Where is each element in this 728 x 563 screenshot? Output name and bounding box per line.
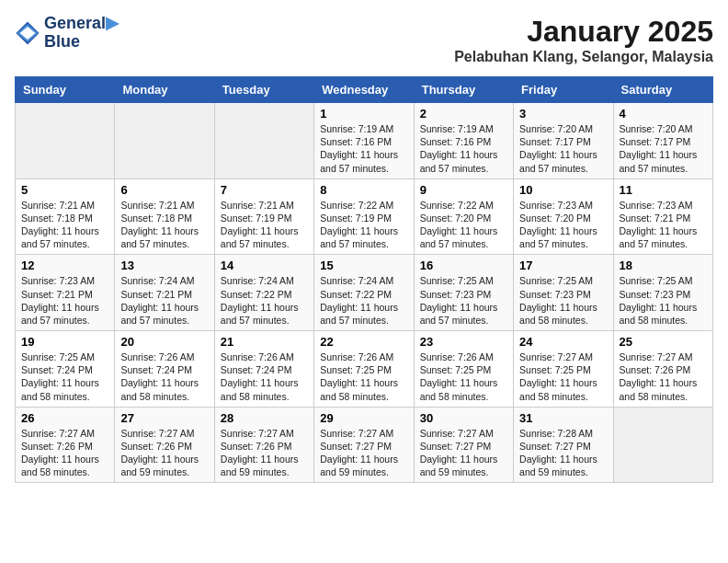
day-number: 12: [21, 259, 108, 272]
day-number: 17: [519, 259, 607, 272]
day-info: Sunrise: 7:23 AMSunset: 7:21 PMDaylight:…: [21, 274, 108, 327]
day-number: 20: [120, 335, 208, 349]
day-info: Sunrise: 7:24 AMSunset: 7:21 PMDaylight:…: [120, 274, 208, 327]
calendar-cell: 9Sunrise: 7:22 AMSunset: 7:20 PMDaylight…: [414, 178, 513, 255]
day-number: 30: [420, 411, 507, 425]
calendar-cell: 17Sunrise: 7:25 AMSunset: 7:23 PMDayligh…: [514, 255, 613, 331]
day-number: 18: [620, 259, 707, 272]
calendar-cell: 15Sunrise: 7:24 AMSunset: 7:22 PMDayligh…: [314, 255, 414, 331]
day-info: Sunrise: 7:25 AMSunset: 7:23 PMDaylight:…: [420, 274, 507, 327]
day-number: 26: [21, 411, 108, 425]
day-info: Sunrise: 7:26 AMSunset: 7:25 PMDaylight:…: [320, 350, 407, 403]
day-info: Sunrise: 7:19 AMSunset: 7:16 PMDaylight:…: [420, 122, 507, 175]
calendar-cell: 19Sunrise: 7:25 AMSunset: 7:24 PMDayligh…: [16, 331, 115, 408]
day-number: 7: [221, 183, 308, 197]
day-number: 5: [21, 183, 108, 197]
calendar-cell: 11Sunrise: 7:23 AMSunset: 7:21 PMDayligh…: [613, 178, 712, 255]
day-info: Sunrise: 7:27 AMSunset: 7:26 PMDaylight:…: [120, 427, 208, 479]
logo: General▶ Blue: [15, 15, 119, 52]
weekday-header-wednesday: Wednesday: [314, 77, 414, 103]
day-number: 13: [120, 259, 208, 272]
calendar-cell: 14Sunrise: 7:24 AMSunset: 7:22 PMDayligh…: [214, 255, 313, 331]
day-info: Sunrise: 7:24 AMSunset: 7:22 PMDaylight:…: [320, 274, 407, 327]
day-info: Sunrise: 7:25 AMSunset: 7:23 PMDaylight:…: [519, 274, 607, 327]
day-number: 1: [320, 107, 407, 121]
calendar-cell: [115, 103, 214, 179]
day-info: Sunrise: 7:21 AMSunset: 7:18 PMDaylight:…: [21, 199, 108, 251]
calendar-cell: 21Sunrise: 7:26 AMSunset: 7:24 PMDayligh…: [214, 331, 313, 408]
title-block: January 2025 Pelabuhan Klang, Selangor, …: [454, 15, 713, 65]
calendar-cell: 4Sunrise: 7:20 AMSunset: 7:17 PMDaylight…: [613, 103, 712, 179]
day-number: 31: [519, 411, 607, 425]
calendar-cell: 30Sunrise: 7:27 AMSunset: 7:27 PMDayligh…: [414, 407, 513, 483]
calendar-cell: 26Sunrise: 7:27 AMSunset: 7:26 PMDayligh…: [16, 407, 115, 483]
day-number: 8: [320, 183, 407, 197]
calendar-week-1: 1Sunrise: 7:19 AMSunset: 7:16 PMDaylight…: [16, 103, 713, 179]
weekday-header-thursday: Thursday: [414, 77, 513, 103]
day-number: 16: [420, 259, 507, 272]
calendar-week-4: 19Sunrise: 7:25 AMSunset: 7:24 PMDayligh…: [16, 331, 713, 408]
day-info: Sunrise: 7:25 AMSunset: 7:24 PMDaylight:…: [21, 350, 108, 403]
day-info: Sunrise: 7:23 AMSunset: 7:20 PMDaylight:…: [519, 199, 607, 251]
calendar-cell: 18Sunrise: 7:25 AMSunset: 7:23 PMDayligh…: [613, 255, 712, 331]
logo-text: General▶ Blue: [44, 15, 119, 52]
day-info: Sunrise: 7:27 AMSunset: 7:27 PMDaylight:…: [420, 427, 507, 479]
calendar-cell: 16Sunrise: 7:25 AMSunset: 7:23 PMDayligh…: [414, 255, 513, 331]
day-number: 10: [519, 183, 607, 197]
calendar-cell: 25Sunrise: 7:27 AMSunset: 7:26 PMDayligh…: [613, 331, 712, 408]
day-number: 27: [120, 411, 208, 425]
calendar-cell: 31Sunrise: 7:28 AMSunset: 7:27 PMDayligh…: [514, 407, 613, 483]
day-number: 3: [519, 107, 607, 121]
day-info: Sunrise: 7:23 AMSunset: 7:21 PMDaylight:…: [620, 199, 707, 251]
day-number: 6: [120, 183, 208, 197]
day-info: Sunrise: 7:22 AMSunset: 7:19 PMDaylight:…: [320, 199, 407, 251]
day-number: 15: [320, 259, 407, 272]
day-info: Sunrise: 7:26 AMSunset: 7:24 PMDaylight:…: [221, 350, 308, 403]
weekday-header-monday: Monday: [115, 77, 214, 103]
day-number: 29: [320, 411, 407, 425]
calendar-week-2: 5Sunrise: 7:21 AMSunset: 7:18 PMDaylight…: [16, 178, 713, 255]
day-number: 25: [620, 335, 707, 349]
day-info: Sunrise: 7:27 AMSunset: 7:26 PMDaylight:…: [221, 427, 308, 479]
day-info: Sunrise: 7:27 AMSunset: 7:26 PMDaylight:…: [620, 350, 707, 403]
day-number: 21: [221, 335, 308, 349]
page-title: January 2025: [454, 15, 713, 49]
day-info: Sunrise: 7:21 AMSunset: 7:19 PMDaylight:…: [221, 199, 308, 251]
calendar-cell: 12Sunrise: 7:23 AMSunset: 7:21 PMDayligh…: [16, 255, 115, 331]
day-info: Sunrise: 7:19 AMSunset: 7:16 PMDaylight:…: [320, 122, 407, 175]
weekday-header-saturday: Saturday: [613, 77, 712, 103]
calendar-cell: [214, 103, 313, 179]
day-number: 19: [21, 335, 108, 349]
day-number: 11: [620, 183, 707, 197]
day-number: 2: [420, 107, 507, 121]
calendar-week-3: 12Sunrise: 7:23 AMSunset: 7:21 PMDayligh…: [16, 255, 713, 331]
logo-icon: [15, 20, 40, 46]
day-number: 23: [420, 335, 507, 349]
calendar-cell: 8Sunrise: 7:22 AMSunset: 7:19 PMDaylight…: [314, 178, 414, 255]
calendar-cell: 3Sunrise: 7:20 AMSunset: 7:17 PMDaylight…: [514, 103, 613, 179]
day-number: 14: [221, 259, 308, 272]
page-header: General▶ Blue January 2025 Pelabuhan Kla…: [15, 15, 713, 65]
day-number: 22: [320, 335, 407, 349]
calendar-cell: 24Sunrise: 7:27 AMSunset: 7:25 PMDayligh…: [514, 331, 613, 408]
calendar-table: SundayMondayTuesdayWednesdayThursdayFrid…: [15, 76, 713, 483]
calendar-cell: 2Sunrise: 7:19 AMSunset: 7:16 PMDaylight…: [414, 103, 513, 179]
calendar-cell: 1Sunrise: 7:19 AMSunset: 7:16 PMDaylight…: [314, 103, 414, 179]
day-info: Sunrise: 7:20 AMSunset: 7:17 PMDaylight:…: [620, 122, 707, 175]
day-number: 28: [221, 411, 308, 425]
calendar-cell: [16, 103, 115, 179]
day-info: Sunrise: 7:24 AMSunset: 7:22 PMDaylight:…: [221, 274, 308, 327]
weekday-header-sunday: Sunday: [16, 77, 115, 103]
day-number: 9: [420, 183, 507, 197]
calendar-cell: [613, 407, 712, 483]
weekday-header-tuesday: Tuesday: [214, 77, 313, 103]
day-info: Sunrise: 7:27 AMSunset: 7:25 PMDaylight:…: [519, 350, 607, 403]
calendar-cell: 27Sunrise: 7:27 AMSunset: 7:26 PMDayligh…: [115, 407, 214, 483]
day-info: Sunrise: 7:26 AMSunset: 7:25 PMDaylight:…: [420, 350, 507, 403]
page-subtitle: Pelabuhan Klang, Selangor, Malaysia: [454, 49, 713, 65]
calendar-cell: 23Sunrise: 7:26 AMSunset: 7:25 PMDayligh…: [414, 331, 513, 408]
calendar-cell: 5Sunrise: 7:21 AMSunset: 7:18 PMDaylight…: [16, 178, 115, 255]
day-info: Sunrise: 7:20 AMSunset: 7:17 PMDaylight:…: [519, 122, 607, 175]
calendar-week-5: 26Sunrise: 7:27 AMSunset: 7:26 PMDayligh…: [16, 407, 713, 483]
day-info: Sunrise: 7:21 AMSunset: 7:18 PMDaylight:…: [120, 199, 208, 251]
